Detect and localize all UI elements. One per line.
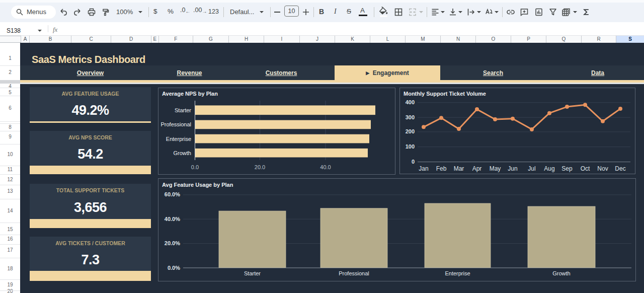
svg-text:Nov: Nov [597,165,608,172]
svg-text:Avg Feature Usage by Plan: Avg Feature Usage by Plan [162,182,233,188]
svg-text:0.0%: 0.0% [168,264,180,270]
svg-text:Monthly Support Ticket Volume: Monthly Support Ticket Volume [404,91,486,97]
svg-text:Aug: Aug [544,165,554,172]
svg-text:Feb: Feb [436,165,447,172]
svg-text:Mar: Mar [454,165,464,172]
svg-text:Growth: Growth [552,270,570,276]
svg-text:100: 100 [406,143,415,150]
svg-text:20.0%: 20.0% [165,240,180,246]
svg-text:40.0: 40.0 [320,164,331,170]
svg-text:Starter: Starter [244,270,261,276]
svg-text:40.0%: 40.0% [165,215,180,222]
svg-text:Professional: Professional [160,121,191,127]
svg-text:Average NPS by Plan: Average NPS by Plan [162,91,218,97]
svg-text:Starter: Starter [175,107,191,113]
svg-text:Jan: Jan [419,165,428,172]
svg-text:Jun: Jun [508,165,517,172]
svg-text:Enterprise: Enterprise [445,270,470,276]
svg-text:Apr: Apr [472,165,482,172]
svg-text:20.0: 20.0 [255,164,265,170]
svg-text:Enterprise: Enterprise [166,136,191,142]
svg-text:Growth: Growth [174,150,191,156]
svg-text:0.0: 0.0 [191,164,199,170]
svg-text:Dec: Dec [615,165,625,172]
svg-text:Oct: Oct [581,165,590,172]
svg-text:300: 300 [406,114,415,120]
svg-text:60.0%: 60.0% [165,191,180,197]
svg-text:Professional: Professional [339,270,369,276]
svg-text:0: 0 [412,159,415,165]
svg-text:400: 400 [406,99,415,105]
svg-text:Jul: Jul [528,165,535,172]
svg-text:Sep: Sep [561,165,573,172]
svg-text:200: 200 [406,128,415,134]
svg-text:May: May [490,165,501,172]
